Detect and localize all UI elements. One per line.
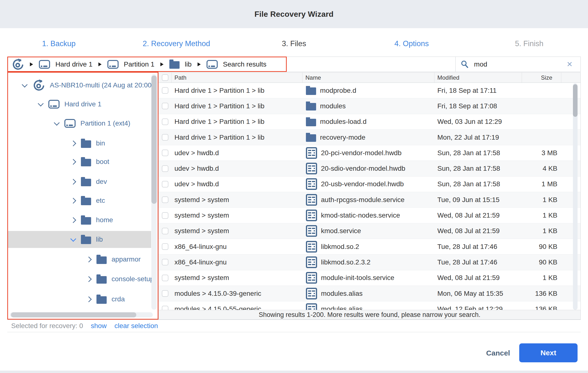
tree-item-partition-1[interactable]: Partition 1 (ext4) bbox=[8, 115, 151, 132]
row-modified: Mon, 22 Jul at 17:19 bbox=[434, 134, 522, 141]
chevron-right-icon[interactable] bbox=[70, 140, 76, 146]
row-checkbox[interactable] bbox=[162, 87, 168, 94]
breadcrumb-separator-icon bbox=[30, 62, 33, 66]
clear-selection-link[interactable]: clear selection bbox=[115, 322, 158, 330]
column-header-size[interactable]: Size bbox=[522, 73, 561, 83]
tree-horizontal-scrollbar-thumb[interactable] bbox=[11, 312, 136, 317]
table-row[interactable]: systemd > system module-init-tools.servi… bbox=[159, 270, 580, 286]
tree-item-hard-drive-1[interactable]: Hard drive 1 bbox=[8, 96, 151, 113]
row-size: 3 MB bbox=[522, 149, 561, 157]
column-header-modified[interactable]: Modified bbox=[434, 73, 522, 83]
table-row[interactable]: udev > hwdb.d 20-pci-vendor-model.hwdb S… bbox=[159, 145, 580, 161]
table-row[interactable]: x86_64-linux-gnu libkmod.so.2 Tue, 28 Ju… bbox=[159, 239, 580, 255]
results-limit-notice: Showing results 1-200. More results were… bbox=[159, 310, 580, 319]
row-path: Hard drive 1 > Partition 1 > lib bbox=[171, 102, 303, 110]
tree-item-as-nbr10-multi[interactable]: AS-NBR10-multi (24 Aug at 20:00) bbox=[8, 77, 151, 94]
file-icon bbox=[306, 256, 317, 268]
select-all-checkbox[interactable] bbox=[162, 74, 168, 81]
tree-item-etc[interactable]: etc bbox=[8, 192, 151, 209]
row-checkbox[interactable] bbox=[162, 181, 168, 187]
breadcrumb-search-results[interactable]: Search results bbox=[207, 60, 267, 69]
search-results-table: Path Name Modified Size Hard drive 1 > P… bbox=[158, 72, 581, 320]
step-recovery-method[interactable]: 2. Recovery Method bbox=[118, 36, 235, 51]
row-modified: Tue, 28 Jul at 17:46 bbox=[434, 258, 522, 266]
drive-icon bbox=[48, 100, 60, 109]
chevron-down-icon[interactable] bbox=[54, 120, 60, 125]
chevron-right-icon[interactable] bbox=[70, 159, 76, 165]
row-checkbox[interactable] bbox=[162, 118, 168, 125]
chevron-right-icon[interactable] bbox=[86, 296, 92, 302]
breadcrumb-backup[interactable] bbox=[11, 58, 24, 71]
window-bottom-edge bbox=[0, 371, 588, 373]
table-row[interactable]: systemd > system kmod-static-nodes.servi… bbox=[159, 208, 580, 223]
row-checkbox[interactable] bbox=[162, 243, 168, 250]
column-header-name[interactable]: Name bbox=[303, 73, 434, 83]
table-row[interactable]: udev > hwdb.d 20-sdio-vendor-model.hwdb … bbox=[159, 161, 580, 176]
table-row[interactable]: modules > 4.15.0-39-generic modules.alia… bbox=[159, 286, 580, 301]
row-checkbox[interactable] bbox=[162, 259, 168, 265]
table-scrollbar-thumb[interactable] bbox=[573, 84, 578, 117]
table-row[interactable]: systemd > system auth-rpcgss-module.serv… bbox=[159, 192, 580, 208]
chevron-right-icon[interactable] bbox=[70, 217, 76, 223]
table-row[interactable]: x86_64-linux-gnu libkmod.so.2.3.2 Tue, 2… bbox=[159, 255, 580, 270]
row-checkbox[interactable] bbox=[162, 275, 168, 281]
table-row[interactable]: Hard drive 1 > Partition 1 > lib modules… bbox=[159, 114, 580, 130]
row-checkbox[interactable] bbox=[162, 165, 168, 172]
show-selection-link[interactable]: show bbox=[91, 322, 107, 330]
tree-item-dev[interactable]: dev bbox=[8, 173, 151, 190]
tree-item-crda[interactable]: crda bbox=[8, 291, 151, 308]
chevron-right-icon[interactable] bbox=[86, 256, 92, 262]
file-recovery-wizard-window: File Recovery Wizard 1. Backup 2. Recove… bbox=[0, 0, 588, 373]
page-title: File Recovery Wizard bbox=[254, 10, 334, 19]
row-modified: Fri, 18 Sep at 17:08 bbox=[434, 102, 522, 110]
step-options[interactable]: 4. Options bbox=[353, 36, 470, 51]
chevron-right-icon[interactable] bbox=[86, 276, 92, 282]
folder-icon bbox=[306, 134, 316, 142]
tree-item-apparmor[interactable]: apparmor bbox=[8, 251, 151, 268]
row-checkbox[interactable] bbox=[162, 290, 168, 297]
chevron-right-icon[interactable] bbox=[70, 198, 76, 204]
chevron-down-icon[interactable] bbox=[22, 82, 27, 87]
tree-item-lib[interactable]: lib bbox=[8, 231, 151, 248]
table-row[interactable]: udev > hwdb.d 20-usb-vendor-model.hwdb S… bbox=[159, 176, 580, 192]
clear-search-icon[interactable]: ✕ bbox=[567, 61, 573, 68]
row-name: libkmod.so.2 bbox=[321, 243, 359, 251]
table-row[interactable]: Hard drive 1 > Partition 1 > lib modules… bbox=[159, 98, 580, 114]
chevron-right-icon[interactable] bbox=[70, 179, 76, 185]
step-backup[interactable]: 1. Backup bbox=[0, 36, 118, 51]
table-row[interactable]: Hard drive 1 > Partition 1 > lib recover… bbox=[159, 130, 580, 145]
row-modified: Wed, 08 Jul at 21:59 bbox=[434, 274, 522, 282]
folder-icon bbox=[81, 179, 91, 186]
file-icon bbox=[306, 147, 317, 159]
row-checkbox[interactable] bbox=[162, 228, 168, 234]
row-checkbox[interactable] bbox=[162, 150, 168, 156]
table-row[interactable]: modules > 4.15.0-55-generic modules.alia… bbox=[159, 301, 580, 310]
selection-status-bar: Selected for recovery: 0 show clear sele… bbox=[7, 320, 581, 332]
chevron-down-icon[interactable] bbox=[70, 236, 76, 242]
row-checkbox[interactable] bbox=[162, 103, 168, 109]
cancel-button[interactable]: Cancel bbox=[482, 346, 514, 360]
breadcrumb-hard-drive-1[interactable]: Hard drive 1 bbox=[39, 60, 93, 69]
row-path: Hard drive 1 > Partition 1 > lib bbox=[171, 87, 303, 94]
row-checkbox[interactable] bbox=[162, 134, 168, 141]
table-row[interactable]: systemd > system kmod.service Wed, 08 Ju… bbox=[159, 223, 580, 239]
tree-vertical-scrollbar-thumb[interactable] bbox=[151, 75, 157, 204]
tree-item-console-setup[interactable]: console-setup bbox=[8, 270, 151, 288]
next-button[interactable]: Next bbox=[519, 343, 578, 362]
tree-item-bin[interactable]: bin bbox=[8, 135, 151, 152]
table-row[interactable]: Hard drive 1 > Partition 1 > lib modprob… bbox=[159, 83, 580, 98]
column-header-path[interactable]: Path bbox=[171, 73, 303, 83]
folder-icon bbox=[306, 87, 316, 95]
tree-item-home[interactable]: home bbox=[8, 211, 151, 228]
search-box: ✕ bbox=[455, 57, 578, 72]
row-modified: Sun, 28 Jan at 17:58 bbox=[434, 180, 522, 188]
breadcrumb-partition-1[interactable]: Partition 1 bbox=[107, 60, 155, 69]
tree-item-boot[interactable]: boot bbox=[8, 153, 151, 170]
row-checkbox[interactable] bbox=[162, 212, 168, 219]
row-name: modules-load.d bbox=[320, 118, 367, 125]
breadcrumb-lib[interactable]: lib bbox=[169, 60, 192, 69]
chevron-down-icon[interactable] bbox=[38, 101, 43, 106]
search-input[interactable] bbox=[473, 60, 562, 69]
row-checkbox[interactable] bbox=[162, 197, 168, 203]
row-size: 1 KB bbox=[522, 274, 561, 282]
